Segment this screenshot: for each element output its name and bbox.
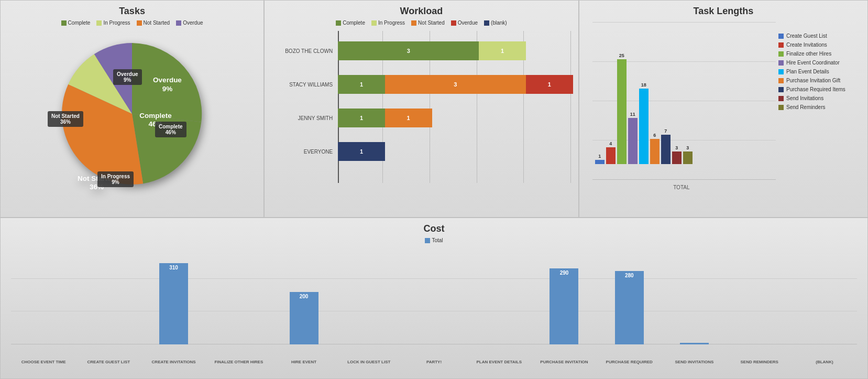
cost-xlabel-party: PARTY! [401, 360, 466, 364]
bar-plan-event: 18 [639, 82, 649, 164]
cost-val-purchase-req: 280 [625, 273, 634, 278]
complete-text: Complete [159, 124, 183, 129]
bar-send-invitations-rect [672, 151, 682, 164]
cost-panel: Cost Total [0, 218, 868, 379]
cost-val-hire: 200 [300, 294, 309, 299]
tl-legend-hire: Hire Event Coordinator [778, 60, 857, 66]
tl-legend-create-guest: Create Guest List [778, 33, 857, 39]
bar-plan-event-rect [639, 89, 649, 164]
tl-label-finalize: Finalize other Hires [786, 51, 831, 57]
label-stacy: STACY WILLIAMS [270, 82, 338, 88]
bars-jenny: 1 1 [338, 109, 573, 127]
workload-panel: Workload Complete In Progress Not Starte… [264, 0, 579, 218]
cost-xlabel-blank: (BLANK) [792, 360, 857, 364]
tl-label-send-invite: Send Invitations [786, 95, 823, 101]
cost-xlabel-plan: PLAN EVENT DETAILS [467, 360, 532, 364]
notstarted-text: Not Started [51, 113, 80, 119]
cost-xlabel-create-guest: CREATE GUEST LIST [76, 360, 141, 364]
bar-hire-event-rect [628, 118, 638, 164]
bar-stacy-notstarted: 3 [385, 75, 526, 94]
pie-container: Complete 46% Not Started 36% In Progress… [6, 30, 258, 198]
bar-create-invitations-rect [606, 147, 616, 164]
tl-color-finalize [778, 51, 784, 57]
tl-bars-container: 1 4 25 [592, 23, 693, 180]
task-lengths-legend: Create Guest List Create Invitations Fin… [776, 23, 860, 196]
bar-bozo-complete: 3 [338, 41, 479, 60]
cost-val-purchase-inv: 290 [560, 270, 569, 276]
bar-create-invitations: 4 [606, 141, 616, 164]
tl-legend-send-remind: Send Reminders [778, 104, 857, 110]
wl-overdue-color [451, 20, 456, 26]
bar-create-guest-list-rect [595, 160, 605, 164]
tl-label-purchase-invite: Purchase Invitation Gift [786, 78, 840, 83]
cost-bar-purchase-inv: 290 [532, 268, 597, 344]
label-jenny: JENNY SMITH [270, 115, 338, 121]
cost-grid-0 [11, 344, 857, 344]
pie-label-notstarted: Not Started 36% [48, 111, 83, 127]
bar-everyone-blank: 1 [338, 142, 385, 161]
cost-xlabel-choose: CHOOSE EVENT TIME [11, 360, 76, 364]
cost-xlabel-finalize: FINALIZE OTHER HIRES [206, 360, 271, 364]
wl-blank: (blank) [484, 20, 507, 26]
overdue-color [176, 20, 181, 26]
legend-complete-label: Complete [68, 20, 91, 26]
cost-chart-area: 310 200 [11, 247, 857, 358]
tl-label-create-guest: Create Guest List [786, 33, 827, 39]
cost-bar-purchase-req-rect: 280 [615, 271, 644, 344]
wl-complete: Complete [336, 20, 365, 26]
cost-bar-purchase-inv-rect: 290 [550, 268, 578, 344]
bar-hire-event: 11 [628, 112, 638, 164]
tl-color-create-guest [778, 34, 784, 39]
tl-label-send-remind: Send Reminders [786, 104, 825, 110]
legend-notstarted: Not Started [137, 20, 170, 26]
complete-color [61, 20, 67, 26]
label-bozo: BOZO THE CLOWN [270, 48, 338, 54]
legend-inprogress: In Progress [96, 20, 130, 26]
wl-inprogress-color [371, 20, 377, 26]
tl-label-plan: Plan Event Details [786, 69, 829, 74]
inprogress-text: In Progress [101, 174, 130, 179]
bar-bozo-inprogress: 1 [479, 41, 526, 60]
workload-row-everyone: EVERYONE 1 [270, 142, 573, 161]
bar-purchase-invite-rect [650, 139, 660, 164]
wl-notstarted-label: Not Started [418, 20, 445, 26]
overdue-pct: 9% [117, 77, 138, 83]
cost-legend: Total [11, 237, 857, 243]
notstarted-pct: 36% [51, 119, 80, 125]
cost-xlabel-hire: HIRE EVENT [271, 360, 336, 364]
cost-bar-create-inv-rect: 310 [159, 263, 188, 344]
workload-row-bozo: BOZO THE CLOWN 3 1 [270, 41, 573, 60]
bar-jenny-complete: 1 [338, 109, 385, 127]
wl-notstarted-color [411, 20, 416, 26]
bars-everyone: 1 [338, 142, 573, 161]
tl-color-purchase-req [778, 87, 784, 92]
cost-bars-container: 310 200 [11, 247, 857, 358]
task-lengths-panel: Task Lengths 1 [579, 0, 868, 218]
bar-purchase-required-rect [661, 135, 671, 164]
legend-notstarted-label: Not Started [144, 20, 170, 26]
wl-blank-color [484, 20, 489, 26]
bar-send-reminders-rect [683, 151, 693, 164]
workload-row-stacy: STACY WILLIAMS 1 3 1 [270, 75, 573, 94]
tl-color-send-invite [778, 96, 784, 101]
cost-xlabel-send-inv: SEND INVITATIONS [662, 360, 727, 364]
complete-pct: 46% [159, 129, 183, 135]
cost-val-create-inv: 310 [169, 265, 178, 270]
tl-color-hire [778, 60, 784, 66]
overdue-text: Overdue [117, 71, 138, 77]
task-lengths-chart: 1 4 25 [585, 20, 862, 198]
tl-label-create-invite: Create Invitations [786, 42, 827, 48]
tasks-title: Tasks [6, 6, 258, 17]
bar-purchase-invite: 6 [650, 133, 660, 164]
cost-grid-1 [11, 311, 857, 311]
wl-complete-color [336, 20, 341, 26]
tl-legend-purchase-req: Purchase Required Items [778, 86, 857, 92]
cost-xlabel-send-rem: SEND REMINDERS [727, 360, 792, 364]
cost-xlabel-purchase-inv: PURCHASE INVITATION [532, 360, 597, 364]
cost-legend-total: Total [425, 237, 443, 243]
cost-bar-hire: 200 [271, 292, 336, 344]
pie-label-complete: Complete 46% [155, 122, 186, 137]
pie-label-inprogress: In Progress 9% [97, 171, 134, 187]
wl-overdue: Overdue [451, 20, 478, 26]
cost-bar-send-inv-rect [680, 343, 709, 344]
